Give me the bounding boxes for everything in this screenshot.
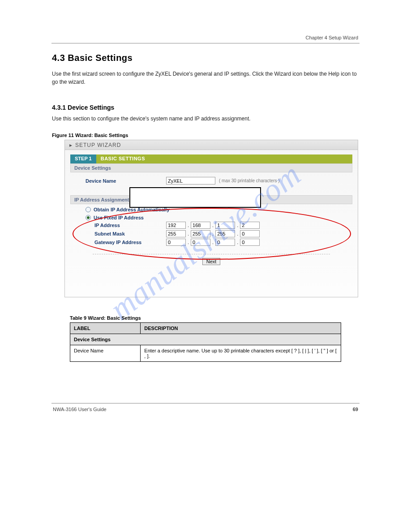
ip-octet-1[interactable] (166, 222, 186, 229)
subnet-octet-1[interactable] (166, 230, 186, 237)
ip-octet-4[interactable] (240, 222, 260, 229)
ip-octet-2[interactable] (191, 222, 210, 229)
radio-fixed-ip[interactable] (86, 215, 91, 220)
col-description: DESCRIPTION (141, 323, 341, 334)
gateway-octet-3[interactable] (215, 239, 235, 246)
gateway-octet-1[interactable] (166, 239, 186, 246)
subnet-octet-3[interactable] (215, 230, 235, 237)
device-name-hint: ( max 30 printable characters ) (219, 178, 280, 183)
header-chapter: Chapter 4 Setup Wizard (306, 35, 358, 40)
ip-assignment-header: IP Address Assignment (70, 195, 352, 204)
wizard-title-bar: ▸ SETUP WIZARD (65, 140, 358, 150)
ip-octet-3[interactable] (215, 222, 235, 229)
gateway-octet-2[interactable] (191, 239, 210, 246)
device-settings-header: Device Settings (70, 163, 352, 172)
subnet-mask-label: Subnet Mask (94, 231, 166, 236)
divider (93, 254, 330, 254)
setup-wizard-panel: ▸ SETUP WIZARD STEP 1 BASIC SETTINGS Dev… (64, 140, 358, 297)
device-name-label: Device Name (86, 178, 166, 184)
gateway-octet-4[interactable] (240, 239, 260, 246)
gateway-label: Gateway IP Address (94, 240, 166, 245)
table-row-desc: Enter a descriptive name. Use up to 30 p… (141, 345, 341, 362)
step-basic-settings: BASIC SETTINGS (96, 154, 352, 163)
body-paragraph: Use this section to configure the device… (52, 115, 358, 123)
radio-obtain-auto-label: Obtain IP Address Automatically (94, 207, 170, 212)
subnet-octet-4[interactable] (240, 230, 260, 237)
device-name-input[interactable] (166, 177, 215, 184)
ip-address-label: IP Address (94, 223, 166, 228)
arrow-icon: ▸ (69, 142, 73, 148)
radio-fixed-ip-label: Use Fixed IP Address (94, 215, 144, 220)
radio-obtain-auto[interactable] (86, 207, 91, 212)
subnet-octet-2[interactable] (191, 230, 210, 237)
settings-table: LABEL DESCRIPTION Device Settings Device… (70, 322, 341, 362)
col-label: LABEL (70, 323, 141, 334)
next-button[interactable]: Next (202, 258, 221, 265)
page-number: 69 (353, 407, 358, 412)
intro-paragraph: Use the first wizard screen to configure… (52, 70, 358, 86)
footer-guide-title: NWA-3166 User's Guide (53, 407, 107, 412)
section-title: 4.3 Basic Settings (52, 53, 133, 63)
table-row-label: Device Name (70, 345, 141, 362)
step-1-tab[interactable]: STEP 1 (70, 154, 96, 163)
subsection-title: 4.3.1 Device Settings (52, 104, 114, 111)
figure-caption: Figure 11 Wizard: Basic Settings (52, 133, 128, 138)
table-section-row: Device Settings (70, 334, 341, 345)
steps-bar: STEP 1 BASIC SETTINGS (70, 154, 352, 163)
wizard-title: SETUP WIZARD (75, 142, 121, 148)
table-caption: Table 9 Wizard: Basic Settings (70, 315, 341, 321)
